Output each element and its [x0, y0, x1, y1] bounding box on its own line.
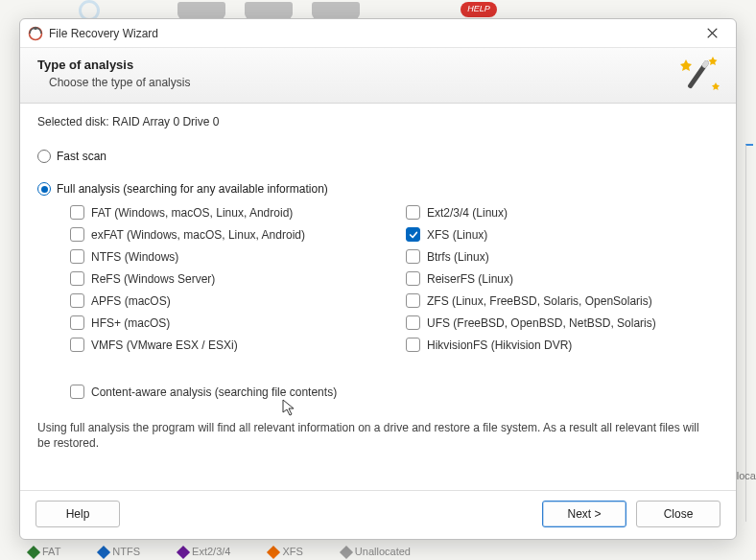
fs-fat[interactable]: FAT (Windows, macOS, Linux, Android): [70, 205, 377, 220]
next-button[interactable]: Next >: [542, 501, 626, 527]
wizard-wand-icon: [676, 54, 724, 98]
help-pill: HELP: [461, 2, 497, 17]
checkbox-icon: [406, 227, 420, 242]
fs-label: Btrfs (Linux): [427, 250, 489, 264]
close-button[interactable]: [692, 20, 732, 47]
fs-reiser[interactable]: ReiserFS (Linux): [406, 271, 719, 286]
wizard-body: Selected disk: RAID Array 0 Drive 0 Fast…: [20, 104, 736, 490]
file-recovery-wizard-dialog: File Recovery Wizard Type of analysis Ch…: [19, 18, 737, 540]
close-dialog-button[interactable]: Close: [636, 501, 721, 527]
fs-label: APFS (macOS): [91, 294, 171, 308]
drive-icon: [177, 2, 225, 19]
fs-zfs[interactable]: ZFS (Linux, FreeBSD, Solaris, OpenSolari…: [406, 293, 719, 308]
option-full-analysis[interactable]: Full analysis (searching for any availab…: [37, 182, 719, 196]
header-subtitle: Choose the type of analysis: [49, 76, 721, 89]
checkbox-icon: [70, 385, 84, 399]
fs-label: ZFS (Linux, FreeBSD, Solaris, OpenSolari…: [427, 294, 652, 308]
fs-label: Ext2/3/4 (Linux): [427, 206, 508, 220]
app-icon: [28, 26, 43, 41]
option-fast-scan[interactable]: Fast scan: [37, 150, 719, 163]
drive-icon: [245, 2, 293, 19]
radio-icon: [37, 182, 51, 196]
fs-xfs[interactable]: XFS (Linux): [406, 227, 719, 242]
fs-ufs[interactable]: UFS (FreeBSD, OpenBSD, NetBSD, Solaris): [406, 315, 719, 330]
filesystem-grid: FAT (Windows, macOS, Linux, Android) Ext…: [70, 205, 719, 352]
fs-label: FAT (Windows, macOS, Linux, Android): [91, 206, 293, 220]
fs-refs[interactable]: ReFS (Windows Server): [70, 271, 377, 286]
wizard-header: Type of analysis Choose the type of anal…: [20, 48, 736, 104]
fs-hfs[interactable]: HFS+ (macOS): [70, 315, 377, 330]
fs-label: XFS (Linux): [427, 228, 487, 242]
fs-ntfs[interactable]: NTFS (Windows): [70, 249, 377, 264]
bg-legend: FAT NTFS Ext2/3/4 XFS Unallocated: [29, 545, 746, 558]
fs-label: ReFS (Windows Server): [91, 272, 215, 286]
selected-disk: Selected disk: RAID Array 0 Drive 0: [37, 115, 719, 128]
titlebar: File Recovery Wizard: [20, 19, 736, 48]
fs-label: HikvisionFS (Hikvision DVR): [427, 338, 572, 352]
fs-vmfs[interactable]: VMFS (VMware ESX / ESXi): [70, 338, 377, 352]
bg-divider: [745, 144, 753, 522]
help-button[interactable]: Help: [35, 501, 120, 527]
fs-label: VMFS (VMware ESX / ESXi): [91, 338, 238, 352]
fs-apfs[interactable]: APFS (macOS): [70, 293, 377, 308]
fs-label: exFAT (Windows, macOS, Linux, Android): [91, 228, 305, 242]
wizard-footer: Help Next > Close: [20, 490, 736, 539]
fs-ext[interactable]: Ext2/3/4 (Linux): [406, 205, 719, 220]
cursor-icon: [281, 398, 298, 417]
fs-hikvision[interactable]: HikvisionFS (Hikvision DVR): [406, 338, 719, 352]
fs-btrfs[interactable]: Btrfs (Linux): [406, 249, 719, 264]
full-analysis-label: Full analysis (searching for any availab…: [57, 182, 328, 196]
selected-disk-label: Selected disk:: [37, 115, 109, 128]
close-icon: [707, 28, 718, 38]
fs-exfat[interactable]: exFAT (Windows, macOS, Linux, Android): [70, 227, 377, 242]
header-title: Type of analysis: [37, 58, 721, 72]
fs-label: NTFS (Windows): [91, 250, 178, 264]
svg-rect-1: [35, 27, 37, 30]
fs-label: HFS+ (macOS): [91, 316, 170, 330]
fs-label: ReiserFS (Linux): [427, 272, 513, 286]
window-title: File Recovery Wizard: [49, 27, 692, 40]
fs-label: UFS (FreeBSD, OpenBSD, NetBSD, Solaris): [427, 316, 656, 330]
analysis-description: Using full analysis the program will fin…: [37, 420, 719, 451]
fast-scan-label: Fast scan: [57, 150, 106, 163]
drive-icon: [312, 2, 360, 19]
radio-icon: [37, 150, 51, 163]
selected-disk-value: RAID Array 0 Drive 0: [112, 115, 219, 128]
content-aware-label: Content-aware analysis (searching file c…: [91, 385, 337, 399]
option-content-aware[interactable]: Content-aware analysis (searching file c…: [70, 385, 719, 399]
